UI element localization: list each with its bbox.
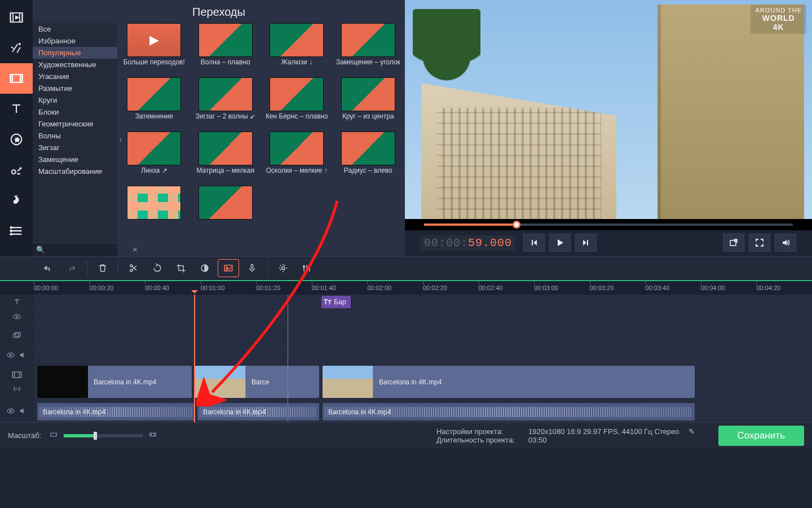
transition-item[interactable] bbox=[192, 186, 259, 238]
rail-stickers[interactable] bbox=[0, 124, 33, 155]
video-clip[interactable]: Barcelona in 4K.mp4 bbox=[323, 366, 695, 398]
transition-item[interactable]: Круг – из центра bbox=[335, 77, 402, 129]
transition-item[interactable]: Осколки – мелкие ↑ bbox=[263, 132, 330, 183]
fullscreen-button[interactable] bbox=[749, 234, 770, 252]
settings-button[interactable] bbox=[272, 259, 294, 277]
category-item[interactable]: Геометрические bbox=[33, 118, 117, 130]
transition-item[interactable]: ▶Больше переходов! bbox=[121, 23, 188, 75]
category-item[interactable]: Все bbox=[33, 23, 117, 35]
ruler-tick: 00:02:40 bbox=[479, 284, 503, 291]
color-button[interactable] bbox=[194, 259, 215, 277]
duration-label: Длительность проекта: bbox=[436, 436, 515, 444]
clip-label: Barcelona in 4K.mp4 bbox=[323, 408, 396, 416]
video-track-vis[interactable] bbox=[0, 402, 34, 422]
category-search[interactable]: 🔍✕ bbox=[33, 243, 117, 256]
category-item[interactable]: Круги bbox=[33, 94, 117, 106]
transition-item[interactable]: Затемнение bbox=[121, 77, 188, 129]
zoom-slider[interactable] bbox=[64, 434, 143, 437]
play-button[interactable] bbox=[549, 234, 571, 252]
playhead[interactable] bbox=[194, 295, 195, 422]
timeline-ruler[interactable]: 00:00:0000:00:2000:00:4000:01:0000:01:20… bbox=[0, 280, 812, 295]
equalizer-button[interactable] bbox=[296, 259, 317, 277]
transition-item[interactable]: Замещение – уголок bbox=[335, 23, 402, 75]
category-item[interactable]: Масштабирование bbox=[33, 165, 117, 177]
eye-icon bbox=[6, 351, 15, 361]
audio-clip[interactable]: Barcelona in 4K.mp4 bbox=[197, 403, 319, 421]
delete-button[interactable] bbox=[92, 259, 113, 277]
redo-button[interactable] bbox=[61, 259, 82, 277]
text-track-vis[interactable] bbox=[0, 312, 34, 323]
category-item[interactable]: Угасание bbox=[33, 71, 117, 82]
prev-frame-button[interactable] bbox=[523, 234, 545, 252]
overlay-track-header[interactable] bbox=[0, 324, 34, 349]
volume-button[interactable] bbox=[775, 234, 796, 252]
transition-item[interactable]: Радиус – влево bbox=[335, 132, 402, 183]
split-button[interactable] bbox=[123, 259, 144, 277]
rail-transitions[interactable] bbox=[0, 63, 33, 94]
transition-item[interactable]: Кен Бернс – плавно bbox=[263, 77, 330, 129]
transition-label: Замещение – уголок bbox=[336, 58, 400, 75]
category-item[interactable]: Зигзаг bbox=[33, 142, 117, 154]
transition-item[interactable]: Линза ↗ bbox=[121, 132, 188, 183]
preview-scrubber[interactable] bbox=[424, 224, 793, 226]
crop-button[interactable] bbox=[170, 259, 192, 277]
detach-preview-button[interactable] bbox=[723, 234, 744, 252]
rotate-button[interactable] bbox=[147, 259, 168, 277]
rail-more[interactable] bbox=[0, 216, 33, 246]
category-item[interactable]: Волны bbox=[33, 130, 117, 142]
preview-viewport[interactable]: AROUND THE WORLD 4K bbox=[405, 0, 812, 219]
video-track-header[interactable] bbox=[0, 362, 34, 401]
category-item[interactable]: Избранное bbox=[33, 35, 117, 47]
ruler-tick: 00:02:20 bbox=[423, 284, 447, 291]
text-icon: Tᴛ bbox=[321, 298, 334, 306]
clip-label: Barcelona in 4K.mp4 bbox=[197, 408, 271, 416]
audio-clip[interactable]: Barcelona in 4K.mp4 bbox=[37, 403, 195, 421]
text-track-header[interactable] bbox=[0, 295, 34, 311]
svg-point-17 bbox=[306, 269, 308, 270]
clip-label: Barcelona in 4K.mp4 bbox=[88, 378, 162, 386]
category-item[interactable]: Замещение bbox=[33, 154, 117, 165]
zoom-in-icon[interactable] bbox=[148, 430, 157, 441]
text-clip[interactable]: Tᴛ Бар bbox=[321, 296, 351, 308]
collapse-categories[interactable]: ‹ bbox=[117, 128, 124, 152]
transition-item[interactable]: Зигзаг – 2 волны ↙ bbox=[192, 77, 259, 129]
transition-thumb bbox=[270, 77, 324, 111]
rail-callouts[interactable] bbox=[0, 155, 33, 185]
svg-rect-20 bbox=[14, 334, 19, 338]
ruler-tick: 00:03:00 bbox=[534, 284, 558, 291]
video-clip[interactable]: Barce bbox=[195, 366, 319, 398]
rail-filters[interactable] bbox=[0, 33, 33, 63]
edit-toolbar bbox=[0, 256, 812, 280]
category-item[interactable]: Размытие bbox=[33, 82, 117, 94]
rail-animation[interactable] bbox=[0, 185, 33, 216]
next-frame-button[interactable] bbox=[575, 234, 597, 252]
category-item[interactable]: Популярные bbox=[33, 47, 117, 59]
rail-media[interactable] bbox=[0, 2, 33, 33]
zoom-out-icon[interactable] bbox=[49, 430, 58, 441]
status-bar: Масштаб: Настройки проекта: Длительность… bbox=[0, 422, 812, 448]
category-item[interactable]: Художественные bbox=[33, 59, 117, 71]
audio-clip[interactable]: Barcelona in 4K.mp4 bbox=[323, 403, 695, 421]
search-input[interactable] bbox=[45, 246, 130, 254]
video-clip[interactable]: Barcelona in 4K.mp4 bbox=[37, 366, 192, 398]
transition-item[interactable]: Волна – плавно bbox=[192, 23, 259, 75]
panel-title: Переходы bbox=[33, 0, 405, 23]
transition-item[interactable]: Жалюзи ↓ bbox=[263, 23, 330, 75]
transition-thumb bbox=[127, 77, 181, 111]
rail-titles[interactable] bbox=[0, 94, 33, 124]
category-item[interactable]: Блоки bbox=[33, 106, 117, 118]
overlay-track-vis[interactable] bbox=[0, 350, 34, 362]
transition-thumb bbox=[198, 132, 253, 165]
transition-item[interactable] bbox=[121, 186, 188, 238]
svg-point-1 bbox=[19, 43, 20, 45]
edit-settings-button[interactable]: ✎ bbox=[689, 427, 695, 436]
transition-item[interactable]: Матрица – мелкая bbox=[192, 132, 259, 183]
svg-point-18 bbox=[309, 265, 311, 267]
clear-search-button[interactable]: ✕ bbox=[130, 246, 140, 254]
titles-icon bbox=[12, 297, 21, 308]
save-button[interactable]: Сохранить bbox=[718, 426, 804, 446]
svg-point-19 bbox=[16, 316, 17, 317]
undo-button[interactable] bbox=[37, 259, 59, 277]
mic-button[interactable] bbox=[241, 259, 263, 277]
clip-props-button[interactable] bbox=[218, 259, 239, 277]
